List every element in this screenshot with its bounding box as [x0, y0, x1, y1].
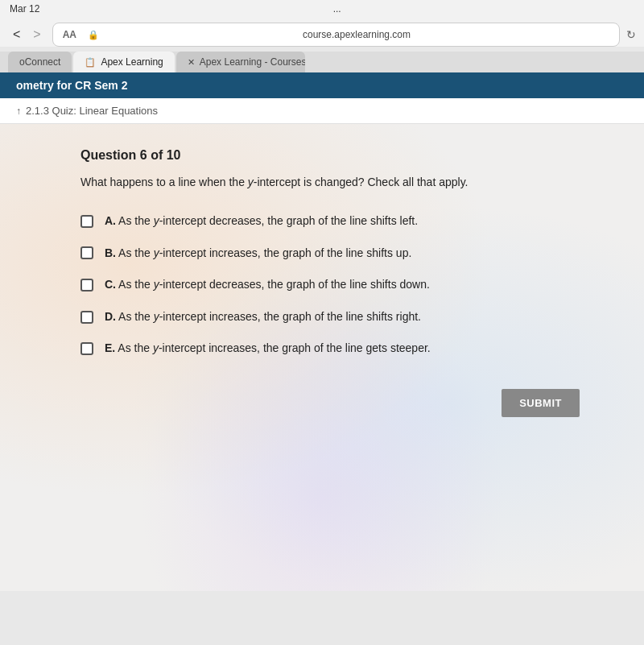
breadcrumb-text: 2.1.3 Quiz: Linear Equations [26, 105, 158, 117]
main-content: Question 6 of 10 What happens to a line … [0, 124, 644, 591]
breadcrumb-icon: ↑ [16, 105, 21, 117]
option-c: C. As the y-intercept decreases, the gra… [80, 277, 612, 293]
question-header: Question 6 of 10 [80, 148, 612, 163]
browser-chrome: < > AA 🔒 course.apexlearning.com ↻ [0, 18, 644, 47]
status-bar: Mar 12 ... [0, 0, 644, 18]
options-list: A. As the y-intercept decreases, the gra… [80, 213, 612, 357]
tab-apex-courses-close-icon: ✕ [188, 57, 195, 68]
checkbox-e[interactable] [80, 342, 93, 355]
aa-label: AA [63, 29, 76, 40]
option-d-label[interactable]: D. As the y-intercept increases, the gra… [105, 309, 421, 325]
question-text: What happens to a line when the y-interc… [80, 174, 612, 191]
back-button[interactable]: < [8, 26, 25, 43]
lock-icon: 🔒 [88, 30, 99, 40]
option-c-letter: C. [105, 278, 116, 291]
address-text: course.apexlearning.com [104, 29, 609, 40]
tab-apex-learning-icon: 📋 [85, 57, 96, 68]
option-a-letter: A. [105, 214, 116, 227]
site-header-title: ometry for CR Sem 2 [16, 79, 127, 92]
option-b-label[interactable]: B. As the y-intercept increases, the gra… [105, 246, 411, 262]
forward-button[interactable]: > [28, 26, 45, 43]
option-d: D. As the y-intercept increases, the gra… [80, 309, 612, 325]
option-d-letter: D. [105, 310, 116, 323]
option-e-letter: E. [105, 341, 115, 354]
option-e-label[interactable]: E. As the y-intercept increases, the gra… [105, 341, 431, 357]
option-e: E. As the y-intercept increases, the gra… [80, 341, 612, 357]
browser-toolbar: < > AA 🔒 course.apexlearning.com ↻ [8, 23, 636, 47]
checkbox-b[interactable] [80, 246, 93, 259]
checkbox-c[interactable] [80, 279, 93, 291]
tab-oconnect-label: oConnect [19, 56, 60, 68]
breadcrumb: ↑ 2.1.3 Quiz: Linear Equations [0, 98, 644, 124]
tab-apex-learning-label: Apex Learning [101, 56, 163, 68]
option-b: B. As the y-intercept increases, the gra… [80, 246, 612, 262]
tab-apex-learning[interactable]: 📋 Apex Learning [73, 52, 174, 72]
tabs-bar: oConnect 📋 Apex Learning ✕ Apex Learning… [0, 52, 644, 72]
status-dots: ... [333, 3, 341, 14]
submit-area: SUBMIT [80, 389, 612, 417]
checkbox-d[interactable] [80, 311, 93, 324]
checkbox-a[interactable] [80, 215, 93, 228]
tab-apex-courses-label: Apex Learning - Courses [200, 56, 305, 68]
option-a-label[interactable]: A. As the y-intercept decreases, the gra… [105, 213, 418, 229]
option-c-label[interactable]: C. As the y-intercept decreases, the gra… [105, 277, 430, 293]
address-bar[interactable]: AA 🔒 course.apexlearning.com [52, 23, 620, 47]
status-date: Mar 12 [10, 3, 39, 14]
refresh-button[interactable]: ↻ [626, 28, 636, 41]
nav-buttons: < > [8, 26, 46, 43]
option-b-letter: B. [105, 246, 116, 259]
tab-oconnect[interactable]: oConnect [8, 52, 72, 72]
tab-apex-courses[interactable]: ✕ Apex Learning - Courses [176, 52, 305, 72]
option-a: A. As the y-intercept decreases, the gra… [80, 213, 612, 229]
site-header: ometry for CR Sem 2 [0, 72, 644, 98]
submit-button[interactable]: SUBMIT [502, 389, 580, 417]
